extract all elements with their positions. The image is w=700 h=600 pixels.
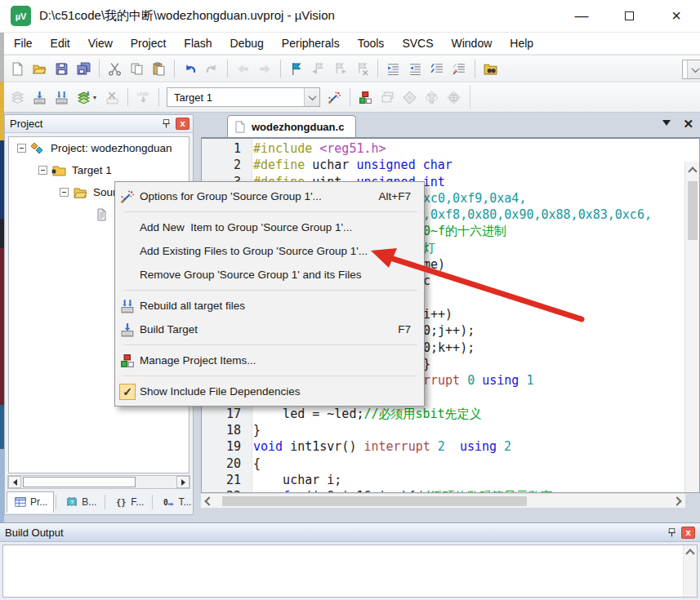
tab-books[interactable]: ?B... [58, 491, 103, 513]
manage-items-icon [359, 91, 372, 104]
code-line[interactable]: 2#define uchar unsigned char [202, 157, 684, 173]
uncomment-selection-button[interactable] [448, 58, 470, 79]
menu-project[interactable]: Project [122, 33, 176, 53]
tree-expander-icon[interactable] [38, 166, 47, 175]
maximize-button[interactable] [605, 0, 653, 32]
unindent-selection-button[interactable] [404, 58, 426, 79]
scroll-left-arrow[interactable] [204, 496, 213, 505]
menu-file[interactable]: File [5, 33, 42, 53]
editor-tab-close-icon[interactable]: ✕ [683, 117, 693, 131]
menu-add-existing-files[interactable]: Add Existing Files to Group 'Source Grou… [115, 239, 424, 263]
tree-item-label: Target 1 [72, 164, 112, 176]
file-icon [234, 121, 246, 133]
code-text: { [249, 456, 261, 472]
undo-button[interactable] [179, 58, 201, 79]
project-panel-close-button[interactable]: x [176, 118, 189, 130]
editor-hscrollbar[interactable] [201, 493, 685, 508]
code-text: } [249, 422, 261, 438]
pin-icon[interactable] [158, 117, 173, 131]
minimize-button[interactable]: — [558, 0, 605, 32]
menu-add-new-item[interactable]: Add New Item to Group 'Source Group 1'..… [115, 216, 424, 239]
svg-text:LOAD: LOAD [137, 91, 149, 96]
code-line[interactable]: 18} [202, 422, 684, 438]
code-line[interactable]: 1#include <reg51.h> [202, 140, 684, 157]
indent-selection-button[interactable] [382, 58, 404, 79]
rebuild-all-button[interactable] [51, 87, 73, 108]
menu-debug[interactable]: Debug [221, 33, 273, 53]
open-file-button[interactable] [29, 58, 51, 79]
menu-build-target[interactable]: Build TargetF7 [115, 318, 424, 341]
menu-rebuild-all[interactable]: Rebuild all target files [115, 294, 424, 318]
editor-vscrollbar[interactable] [684, 162, 699, 493]
editor-tab[interactable]: wodezhongduan.c [227, 115, 356, 137]
menu-manage-project-items[interactable]: Manage Project Items... [115, 349, 424, 372]
build-output-content[interactable] [2, 544, 698, 598]
menu-edit[interactable]: Edit [42, 33, 79, 53]
scroll-right-arrow[interactable] [176, 476, 189, 488]
tree-item-project-wodezhongduan[interactable]: Project: wodezhongduan [9, 137, 189, 159]
scroll-up-arrow[interactable] [685, 549, 694, 558]
previous-bookmark-button [307, 58, 329, 79]
project-hscrollbar[interactable] [7, 475, 190, 489]
menu-help[interactable]: Help [501, 33, 542, 53]
editor-tab-bar: wodezhongduan.c ✕ [201, 114, 700, 137]
tab-project[interactable]: Pr... [7, 491, 54, 513]
tab-templates[interactable]: 0T... [154, 491, 198, 513]
line-number: 1 [202, 140, 249, 157]
options-for-target-button[interactable] [323, 87, 346, 108]
menu-svcs[interactable]: SVCS [393, 33, 442, 53]
svg-text:?: ? [70, 500, 74, 505]
scrollbar-thumb[interactable] [222, 496, 527, 506]
scroll-up-arrow[interactable] [688, 167, 697, 176]
build-button[interactable] [29, 87, 51, 108]
tree-expander-icon[interactable] [17, 144, 26, 153]
insert-bookmark-button[interactable] [285, 58, 307, 79]
dropdown-caret-icon[interactable]: ▾ [93, 94, 101, 101]
tab-functions[interactable]: {}F... [107, 491, 150, 513]
chevron-down-icon[interactable] [687, 60, 700, 78]
menu-remove-group[interactable]: Remove Group 'Source Group 1' and its Fi… [115, 263, 424, 287]
stop-build-icon [105, 91, 119, 104]
menu-window[interactable]: Window [443, 33, 502, 53]
menu-tools[interactable]: Tools [349, 33, 394, 53]
menu-peripherals[interactable]: Peripherals [273, 33, 349, 53]
save-button[interactable] [51, 58, 73, 79]
build-output-vscrollbar[interactable] [683, 545, 697, 597]
copy-button[interactable] [126, 58, 148, 79]
paste-button[interactable] [148, 58, 170, 79]
code-line[interactable]: 20{ [202, 456, 684, 472]
code-line[interactable]: 19void int1svr() interrupt 2 using 2 [202, 438, 684, 455]
find-in-files-button[interactable] [479, 58, 502, 79]
desktop-edge-strip [0, 33, 4, 522]
toolbar-separator [174, 60, 175, 78]
menu-flash[interactable]: Flash [175, 33, 221, 53]
menu-show-include-deps[interactable]: ✓Show Include File Dependencies [115, 380, 424, 403]
cut-button[interactable] [104, 58, 126, 79]
comment-selection-button[interactable] [426, 58, 448, 79]
target-select[interactable]: Target 1 [167, 87, 320, 107]
menu-view[interactable]: View [79, 33, 122, 53]
toolbar-separator [227, 60, 228, 78]
scroll-right-arrow[interactable] [672, 496, 681, 505]
batch-build-button[interactable] [73, 87, 95, 108]
tree-expander-icon[interactable] [60, 188, 69, 197]
tree-item-target-1[interactable]: Target 1 [9, 159, 189, 181]
tab-label: B... [82, 496, 96, 508]
close-button[interactable]: × [653, 0, 700, 32]
code-line[interactable]: 17 led = ~led;//必须用sbit先定义 [202, 406, 684, 422]
build-output-close-button[interactable]: x [681, 527, 695, 539]
tab-list-dropdown-icon[interactable] [662, 120, 671, 130]
search-combo[interactable] [682, 60, 700, 79]
code-line[interactable]: 21 uchar i; [202, 472, 684, 488]
save-all-button[interactable] [73, 58, 95, 79]
toolbar-separator [99, 60, 100, 78]
scrollbar-thumb[interactable] [23, 477, 136, 487]
menu-options-for-group[interactable]: Options for Group 'Source Group 1'...Alt… [115, 184, 424, 208]
manage-project-items-button[interactable] [354, 87, 377, 108]
chevron-down-icon[interactable] [304, 88, 319, 106]
new-file-button[interactable] [7, 58, 29, 79]
code-text: #include <reg51.h> [249, 140, 386, 157]
scrollbar-thumb[interactable] [688, 181, 698, 240]
scroll-left-arrow[interactable] [8, 476, 21, 488]
pin-icon[interactable] [664, 525, 679, 540]
